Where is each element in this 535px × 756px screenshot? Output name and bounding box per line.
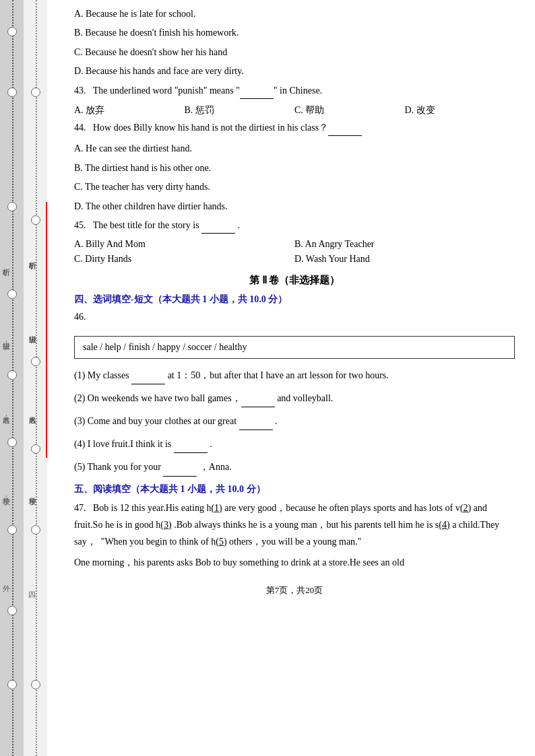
q45-optC: C. Dirty Hands	[74, 254, 294, 265]
q41-optB: B. Because he doesn't finish his homewor…	[74, 26, 515, 40]
q44-text: 44. How does Billy know his hand is not …	[74, 121, 515, 136]
fill-item-4: (4) I love fruit.I think it is .	[74, 436, 515, 453]
q47-blank2: (2)	[460, 503, 471, 513]
q47-para2: One morning，his parents asks Bob to buy …	[74, 555, 515, 570]
q46-number: 46.	[74, 310, 515, 324]
fill-item-3: (3) Come and buy your clothes at our gre…	[74, 413, 515, 430]
blank-5	[163, 458, 197, 476]
q45-blank	[201, 218, 235, 234]
blank-4	[174, 436, 208, 453]
q47-number: 47.	[74, 503, 86, 513]
q43-text: 43. The underlined word "punish" means "…	[74, 83, 515, 99]
sidebar-col-1	[0, 0, 24, 756]
page-container: 听析 班级 姓名 学校 听析 班级： 姓名： 学校： 外 四 A. Becaus…	[0, 0, 535, 756]
section3-sub: 五、阅读填空（本大题共 1 小题，共 10.0 分）	[74, 483, 515, 495]
q41-optC: C. Because he doesn't show her his hand	[74, 45, 515, 60]
circle-6	[7, 438, 17, 447]
q47-blank4: (4)	[439, 520, 449, 530]
circle-r1	[31, 88, 40, 97]
q47-para1: 47. Bob is 12 this year.His eating h(1) …	[74, 500, 515, 551]
q44-optD: D. The other children have dirtier hands…	[74, 199, 515, 214]
left-sidebar: 听析 班级 姓名 学校 听析 班级： 姓名： 学校： 外 四	[0, 0, 67, 756]
blank-2	[241, 390, 275, 407]
circle-r5	[31, 525, 40, 535]
blank-3	[239, 413, 273, 430]
circle-2	[7, 88, 17, 97]
circle-r4	[31, 444, 40, 454]
q45-optD: D. Wash Your Hand	[294, 254, 515, 265]
q44-optC: C. The teacher has very dirty hands.	[74, 180, 515, 195]
q44-optA: A. He can see the dirtiest hand.	[74, 141, 515, 156]
circle-r3	[31, 357, 40, 366]
q45-text: 45. The best title for the story is .	[74, 218, 515, 234]
q45-number: 45.	[74, 220, 86, 230]
page-footer: 第7页，共20页	[74, 584, 515, 596]
vert-label-xingming: 姓名：	[1, 411, 11, 418]
vert-label-banji: 班级：	[1, 337, 11, 344]
q41-optA: A. Because he is late for school.	[74, 7, 515, 22]
circle-5	[7, 370, 17, 380]
q45-optA: A. Billy And Mom	[74, 239, 294, 250]
q47-blank5: (5)	[216, 537, 226, 547]
q41-optD: D. Because his hands and face are very d…	[74, 64, 515, 79]
circle-r2	[31, 215, 40, 225]
fill-item-5: (5) Thank you for your ，Anna.	[74, 458, 515, 476]
red-line	[46, 202, 47, 458]
circle-9	[7, 680, 17, 689]
q44-number: 44.	[74, 123, 86, 133]
section2-header: 第 Ⅱ 卷（非选择题）	[74, 274, 515, 287]
circle-1	[7, 27, 17, 36]
section2-sub: 四、选词填空-短文（本大题共 1 小题，共 10.0 分）	[74, 294, 515, 306]
sidebar-col-2: 听析 班级 姓名 学校	[24, 0, 47, 756]
q43-optB: B. 惩罚	[185, 104, 295, 116]
q43-optA: A. 放弃	[74, 104, 185, 116]
q47-blank1: (1)	[211, 503, 222, 513]
q47-blank3: (3)	[160, 520, 171, 530]
fill-item-2: (2) On weekends we have two ball games， …	[74, 390, 515, 407]
fill-item-1: (1) My classes at 1：50，but after that I …	[74, 367, 515, 384]
q43-blank	[240, 83, 274, 99]
vert-label-xuexiao: 学校：	[1, 491, 11, 499]
blank-1	[131, 367, 165, 384]
q43-optC: C. 帮助	[294, 104, 405, 116]
circle-7	[7, 525, 17, 535]
word-box: sale / help / finish / happy / soccer / …	[74, 336, 515, 359]
main-content: A. Because he is late for school. B. Bec…	[74, 0, 515, 596]
q44-optB: B. The dirtiest hand is his other one.	[74, 161, 515, 176]
q43-optD: D. 改变	[405, 104, 515, 116]
circle-8	[7, 606, 17, 615]
q43-number: 43.	[74, 85, 86, 96]
circle-r6	[31, 680, 40, 689]
q45-optB: B. An Angry Teacher	[294, 239, 515, 250]
circle-4	[7, 289, 17, 299]
circle-3	[7, 202, 17, 211]
q44-blank	[328, 121, 362, 136]
